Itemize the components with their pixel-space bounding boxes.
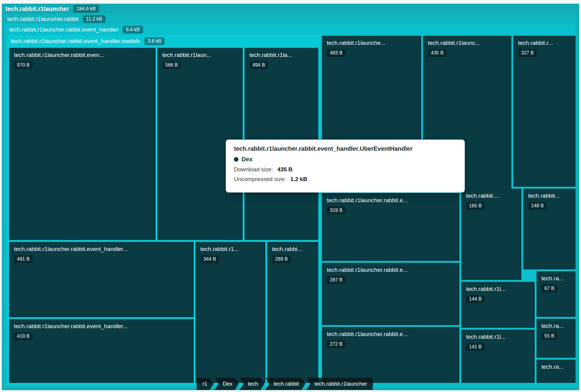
treemap-tile[interactable]: tech.rabbit....165 B — [461, 189, 521, 280]
tile-size-badge: 483 B — [327, 49, 346, 57]
group-size-badge: 184.6 kB — [73, 5, 99, 13]
group-size-badge: 11.2 kB — [83, 15, 106, 23]
tile-size-badge: 491 B — [14, 255, 33, 263]
tile-size-badge: 141 B — [466, 343, 485, 351]
tile-label: tech.rabbit.r1launcher.rabbit.even... — [14, 52, 151, 58]
tooltip-type-row: Dex — [234, 156, 457, 163]
tooltip-download-row: Download size: 435 B — [234, 166, 457, 173]
tile-size-badge: 419 B — [14, 332, 33, 340]
tile-size-badge: 566 B — [162, 61, 181, 69]
tile-label: tech.rabbit.r1launcher.rabbit.e... — [327, 197, 455, 204]
tile-label: tech.rabbit.r1launcher.rabbit.event_hand… — [14, 323, 189, 330]
group-label: tech.rabbit.r1launcher — [5, 5, 69, 12]
breadcrumb-item[interactable]: tech.rabbit — [265, 378, 305, 390]
tile-label: tech.rabbit.r... — [518, 40, 571, 46]
treemap-tile[interactable]: tech.rabbit.r1...344 B — [195, 242, 265, 383]
breadcrumb-item[interactable]: tech.rabbit.r1launcher — [306, 378, 373, 390]
tile-size-badge: 344 B — [200, 255, 219, 263]
tile-label: tech.rabbit.r1launcher.rabbit.e... — [327, 331, 455, 338]
uncompressed-size-label: Uncompressed size: — [234, 176, 286, 182]
group-label: tech.rabbit.r1launcher.rabbit — [7, 16, 79, 22]
tile-size-badge: 272 B — [327, 340, 346, 348]
breadcrumb-item[interactable]: Dex — [215, 378, 239, 390]
treemap-tile[interactable]: tech.rabbit.r1launcher.rabbit.even...970… — [9, 48, 156, 240]
tile-size-badge: 144 B — [466, 295, 485, 303]
tooltip: tech.rabbit.r1launcher.rabbit.event_hand… — [226, 140, 465, 193]
download-size-label: Download size: — [234, 166, 273, 173]
treemap-group-header[interactable]: tech.rabbit.r1launcher184.6 kB — [5, 4, 576, 14]
tile-size-badge: 435 B — [428, 49, 447, 57]
treemap-tile[interactable]: tech.rabbit.r1launcher.rabbit.event_hand… — [9, 319, 194, 383]
treemap-group-header[interactable]: tech.rabbit.r1launcher.rabbit.event_hand… — [11, 35, 317, 47]
breadcrumb-item[interactable]: r1 — [197, 378, 214, 390]
treemap-tile[interactable]: tech.rabbi...269 B — [267, 242, 318, 383]
tile-label: tech.rabbit.... — [466, 193, 517, 199]
tile-size-badge: 148 B — [528, 202, 547, 210]
treemap-tile[interactable]: tech.ra... — [537, 360, 576, 383]
tooltip-type-label: Dex — [241, 156, 253, 163]
tile-size-badge: 494 B — [249, 61, 268, 69]
tooltip-uncompressed-row: Uncompressed size: 1.2 kB — [234, 176, 457, 183]
tile-size-badge: 165 B — [466, 202, 485, 210]
tile-label: tech.ra... — [541, 323, 571, 329]
group-label: tech.rabbit.r1launcher.rabbit.event_hand… — [11, 38, 140, 44]
tile-size-badge: 67 B — [541, 285, 557, 292]
tile-label: tech.ra... — [541, 364, 571, 370]
treemap: tech.rabbit.r1launcher184.6 kBtech.rabbi… — [0, 0, 581, 392]
tile-label: tech.rabbit.r1launc... — [428, 40, 507, 46]
tooltip-title: tech.rabbit.r1launcher.rabbit.event_hand… — [234, 145, 457, 152]
tile-size-badge: 970 B — [14, 61, 33, 69]
tile-size-badge: 319 B — [327, 206, 346, 214]
group-size-badge: 3.6 kB — [144, 37, 165, 45]
tile-label: tech.rabbit.r1launcher.rabbit.event_hand… — [14, 246, 189, 252]
download-size-value: 435 B — [277, 166, 293, 173]
treemap-tile[interactable]: tech.rabbit.r1launcher.rabbit.e...272 B — [322, 327, 459, 383]
treemap-tile[interactable]: tech.rabbit.r1launcher.rabbit.event_hand… — [9, 242, 194, 317]
tile-label: tech.rabbit.r1l... — [466, 334, 530, 340]
tile-size-badge: 269 B — [272, 255, 291, 263]
tile-label: tech.rabbit.r1laun... — [162, 52, 238, 58]
tile-label: tech.rabbi... — [272, 246, 313, 252]
tile-label: tech.rabbit.r1launcher.rabbit.e... — [327, 267, 455, 273]
uncompressed-size-value: 1.2 kB — [290, 176, 307, 182]
treemap-tile[interactable]: tech.rabbit.r1launcher.rabbit.e...287 B — [322, 263, 459, 325]
treemap-tile[interactable]: tech.rabbit.r1launcher.rabbit.e...319 B — [322, 193, 459, 261]
tile-size-badge: 55 B — [541, 332, 557, 340]
dex-bullet-icon — [234, 157, 238, 162]
treemap-tile[interactable]: tech.rabbit...148 B — [523, 189, 576, 269]
tile-label: tech.rabbit.r1l... — [466, 286, 530, 292]
tile-size-badge: 287 B — [327, 276, 346, 284]
treemap-tile[interactable]: tech.ra...67 B — [537, 271, 576, 317]
treemap-tile[interactable]: tech.ra...55 B — [537, 319, 576, 358]
tile-label: tech.ra... — [541, 275, 571, 282]
treemap-tile[interactable]: tech.rabbit.r...327 B — [513, 36, 576, 187]
group-size-badge: 6.4 kB — [123, 26, 143, 34]
tile-label: tech.rabbit.r1la... — [249, 52, 313, 58]
tile-label: tech.rabbit.r1launche... — [327, 40, 416, 46]
treemap-tile[interactable]: tech.rabbit.r1l...144 B — [461, 282, 535, 328]
breadcrumb-item[interactable]: tech — [240, 378, 264, 390]
treemap-tile[interactable]: tech.rabbit.r1l...141 B — [461, 330, 535, 383]
treemap-group-header[interactable]: tech.rabbit.r1launcher.rabbit.event_hand… — [9, 24, 572, 35]
tile-size-badge: 327 B — [518, 49, 537, 57]
tile-label: tech.rabbit.r1... — [200, 246, 261, 252]
tile-label: tech.rabbit... — [528, 193, 571, 199]
group-label: tech.rabbit.r1launcher.rabbit.event_hand… — [9, 26, 118, 33]
breadcrumb: r1Dextechtech.rabbittech.rabbit.r1launch… — [197, 378, 373, 390]
treemap-group-header[interactable]: tech.rabbit.r1launcher.rabbit11.2 kB — [7, 14, 574, 24]
